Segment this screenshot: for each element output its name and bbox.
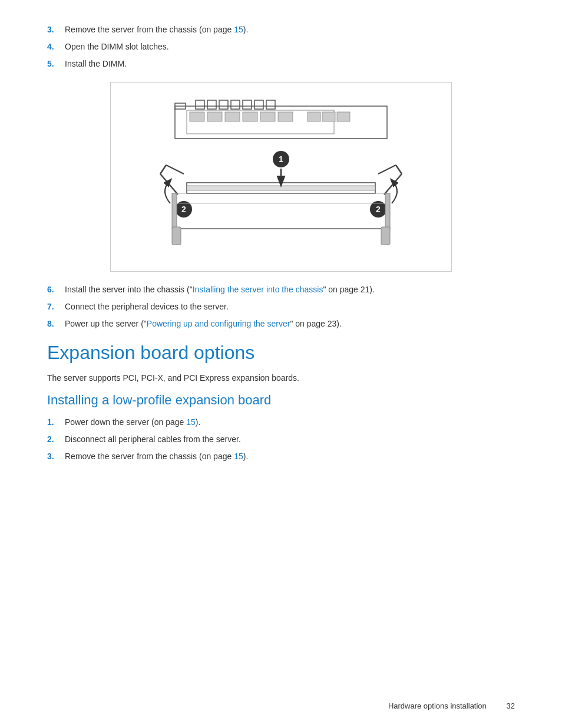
svg-rect-42 [172,227,181,245]
lp-step-3-num: 3. [47,450,65,463]
svg-rect-8 [266,100,275,109]
lp-step-1-num: 1. [47,416,65,429]
svg-rect-7 [254,100,263,109]
footer: Hardware options installation 32 [388,701,515,710]
step-3-text: Remove the server from the chassis (on p… [65,24,248,36]
svg-rect-17 [322,112,335,121]
lp-step-2: 2. Disconnect all peripheral cables from… [47,433,515,446]
svg-line-22 [160,165,166,174]
svg-rect-37 [172,193,177,229]
dimm-diagram-svg: 1 2 2 [128,94,434,259]
svg-rect-38 [385,193,390,229]
svg-rect-16 [308,112,320,121]
step-8-num: 8. [47,318,65,330]
svg-line-24 [384,174,402,195]
step-8-link[interactable]: Powering up and configuring the server [147,319,290,328]
section-title: Expansion board options [47,342,515,364]
svg-line-21 [160,174,178,195]
lowprofile-steps-list: 1. Power down the server (on page 15). 2… [47,416,515,463]
svg-rect-18 [337,112,350,121]
svg-rect-10 [190,112,204,121]
step-7: 7. Connect the peripheral devices to the… [47,301,515,313]
step-5-num: 5. [47,58,65,70]
step-4-num: 4. [47,41,65,53]
svg-line-25 [396,165,402,174]
step-6-num: 6. [47,284,65,296]
svg-rect-5 [231,100,240,109]
lp-step-1-link[interactable]: 15 [186,417,196,427]
step-5-text: Install the DIMM. [65,58,127,70]
lp-step-2-text: Disconnect all peripheral cables from th… [65,433,241,446]
section-body: The server supports PCI, PCI-X, and PCI … [47,372,515,384]
step-6: 6. Install the server into the chassis (… [47,284,515,296]
svg-rect-11 [207,112,222,121]
svg-rect-4 [219,100,228,109]
step-3-num: 3. [47,24,65,36]
lp-step-1-text: Power down the server (on page 15). [65,416,200,429]
step-8-text: Power up the server ("Powering up and co… [65,318,342,330]
step-6-link[interactable]: Installing the server into the chassis [193,285,323,294]
subsection-title: Installing a low-profile expansion board [47,393,515,408]
step-4: 4. Open the DIMM slot latches. [47,41,515,53]
lp-step-3: 3. Remove the server from the chassis (o… [47,450,515,463]
footer-page: 32 [507,701,515,710]
step-4-text: Open the DIMM slot latches. [65,41,169,53]
svg-rect-6 [243,100,252,109]
step-7-text: Connect the peripheral devices to the se… [65,301,229,313]
svg-rect-14 [260,112,275,121]
svg-rect-3 [207,100,216,109]
step-7-num: 7. [47,301,65,313]
top-steps-list: 3. Remove the server from the chassis (o… [47,24,515,70]
step-8: 8. Power up the server ("Powering up and… [47,318,515,330]
dimm-diagram: 1 2 2 [110,82,452,272]
step-6-text: Install the server into the chassis ("In… [65,284,375,296]
svg-rect-15 [278,112,293,121]
lp-step-3-link[interactable]: 15 [234,452,243,461]
lp-step-3-text: Remove the server from the chassis (on p… [65,450,248,463]
bottom-steps-list: 6. Install the server into the chassis (… [47,284,515,330]
svg-rect-43 [381,227,390,245]
svg-text:2: 2 [376,205,381,214]
step-3: 3. Remove the server from the chassis (o… [47,24,515,36]
step-5: 5. Install the DIMM. [47,58,515,70]
svg-text:1: 1 [279,154,283,164]
svg-line-26 [378,165,396,174]
svg-rect-13 [243,112,257,121]
svg-text:2: 2 [181,205,186,214]
svg-rect-2 [196,100,204,109]
step-3-link[interactable]: 15 [234,25,243,34]
footer-text: Hardware options installation [388,701,487,710]
lp-step-1: 1. Power down the server (on page 15). [47,416,515,429]
svg-rect-12 [225,112,240,121]
lp-step-2-num: 2. [47,433,65,446]
svg-rect-20 [187,186,375,190]
svg-line-23 [166,165,184,174]
footer-divider [492,701,500,710]
